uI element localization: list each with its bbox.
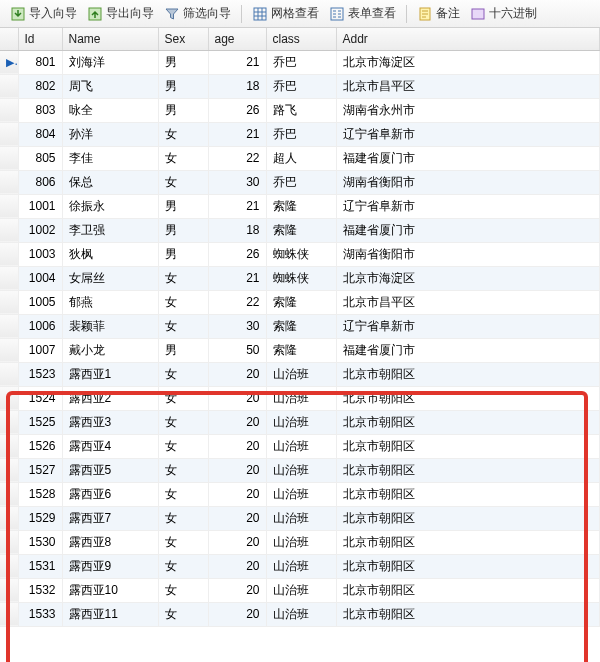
- table-row[interactable]: 803咏全男26路飞湖南省永州市: [0, 98, 600, 122]
- cell-sex[interactable]: 女: [158, 506, 208, 530]
- cell-name[interactable]: 孙洋: [62, 122, 158, 146]
- cell-id[interactable]: 803: [18, 98, 62, 122]
- cell-name[interactable]: 露西亚8: [62, 530, 158, 554]
- cell-class[interactable]: 超人: [266, 146, 336, 170]
- gridview-button[interactable]: 网格查看: [248, 4, 323, 23]
- col-header-id[interactable]: Id: [18, 28, 62, 50]
- row-indicator[interactable]: [0, 290, 18, 314]
- cell-sex[interactable]: 男: [158, 98, 208, 122]
- row-indicator[interactable]: [0, 554, 18, 578]
- cell-addr[interactable]: 北京市朝阳区: [336, 482, 600, 506]
- cell-name[interactable]: 郁燕: [62, 290, 158, 314]
- cell-id[interactable]: 801: [18, 50, 62, 74]
- cell-sex[interactable]: 男: [158, 218, 208, 242]
- cell-id[interactable]: 1007: [18, 338, 62, 362]
- cell-name[interactable]: 保总: [62, 170, 158, 194]
- table-row[interactable]: 1529露西亚7女20山治班北京市朝阳区: [0, 506, 600, 530]
- table-row[interactable]: 1004女屌丝女21蜘蛛侠北京市海淀区: [0, 266, 600, 290]
- table-row[interactable]: 1524露西亚2女20山治班北京市朝阳区: [0, 386, 600, 410]
- cell-class[interactable]: 索隆: [266, 290, 336, 314]
- cell-name[interactable]: 露西亚3: [62, 410, 158, 434]
- cell-id[interactable]: 1526: [18, 434, 62, 458]
- row-indicator[interactable]: [0, 482, 18, 506]
- cell-name[interactable]: 露西亚6: [62, 482, 158, 506]
- cell-addr[interactable]: 北京市朝阳区: [336, 578, 600, 602]
- row-indicator[interactable]: [0, 578, 18, 602]
- row-indicator[interactable]: ▶: [0, 50, 18, 74]
- row-indicator[interactable]: [0, 314, 18, 338]
- cell-id[interactable]: 804: [18, 122, 62, 146]
- cell-addr[interactable]: 北京市朝阳区: [336, 386, 600, 410]
- row-indicator[interactable]: [0, 362, 18, 386]
- table-row[interactable]: 1525露西亚3女20山治班北京市朝阳区: [0, 410, 600, 434]
- table-row[interactable]: 806保总女30乔巴湖南省衡阳市: [0, 170, 600, 194]
- table-row[interactable]: 1523露西亚1女20山治班北京市朝阳区: [0, 362, 600, 386]
- export-button[interactable]: 导出向导: [83, 4, 158, 23]
- table-row[interactable]: 802周飞男18乔巴北京市昌平区: [0, 74, 600, 98]
- cell-age[interactable]: 20: [208, 530, 266, 554]
- cell-class[interactable]: 路飞: [266, 98, 336, 122]
- cell-addr[interactable]: 辽宁省阜新市: [336, 314, 600, 338]
- cell-sex[interactable]: 女: [158, 362, 208, 386]
- table-row[interactable]: 1531露西亚9女20山治班北京市朝阳区: [0, 554, 600, 578]
- cell-class[interactable]: 山治班: [266, 482, 336, 506]
- cell-age[interactable]: 20: [208, 386, 266, 410]
- row-indicator[interactable]: [0, 194, 18, 218]
- cell-sex[interactable]: 女: [158, 314, 208, 338]
- cell-id[interactable]: 1523: [18, 362, 62, 386]
- cell-id[interactable]: 1533: [18, 602, 62, 626]
- row-indicator[interactable]: [0, 98, 18, 122]
- cell-id[interactable]: 1002: [18, 218, 62, 242]
- cell-class[interactable]: 乔巴: [266, 74, 336, 98]
- col-header-addr[interactable]: Addr: [336, 28, 600, 50]
- cell-name[interactable]: 狄枫: [62, 242, 158, 266]
- cell-name[interactable]: 李卫强: [62, 218, 158, 242]
- row-indicator[interactable]: [0, 458, 18, 482]
- table-row[interactable]: 1001徐振永男21索隆辽宁省阜新市: [0, 194, 600, 218]
- cell-class[interactable]: 山治班: [266, 530, 336, 554]
- formview-button[interactable]: 表单查看: [325, 4, 400, 23]
- cell-id[interactable]: 1524: [18, 386, 62, 410]
- cell-id[interactable]: 1531: [18, 554, 62, 578]
- cell-id[interactable]: 1005: [18, 290, 62, 314]
- table-row[interactable]: 1532露西亚10女20山治班北京市朝阳区: [0, 578, 600, 602]
- cell-class[interactable]: 山治班: [266, 434, 336, 458]
- cell-name[interactable]: 周飞: [62, 74, 158, 98]
- table-row[interactable]: 1530露西亚8女20山治班北京市朝阳区: [0, 530, 600, 554]
- row-indicator[interactable]: [0, 242, 18, 266]
- cell-name[interactable]: 露西亚10: [62, 578, 158, 602]
- col-header-name[interactable]: Name: [62, 28, 158, 50]
- cell-name[interactable]: 咏全: [62, 98, 158, 122]
- cell-id[interactable]: 805: [18, 146, 62, 170]
- cell-addr[interactable]: 福建省厦门市: [336, 146, 600, 170]
- rowhead-corner[interactable]: [0, 28, 18, 50]
- cell-class[interactable]: 山治班: [266, 554, 336, 578]
- col-header-class[interactable]: class: [266, 28, 336, 50]
- cell-class[interactable]: 索隆: [266, 218, 336, 242]
- cell-addr[interactable]: 北京市朝阳区: [336, 506, 600, 530]
- table-row[interactable]: 1005郁燕女22索隆北京市昌平区: [0, 290, 600, 314]
- cell-class[interactable]: 山治班: [266, 362, 336, 386]
- table-row[interactable]: 804孙洋女21乔巴辽宁省阜新市: [0, 122, 600, 146]
- cell-class[interactable]: 山治班: [266, 506, 336, 530]
- cell-sex[interactable]: 女: [158, 482, 208, 506]
- cell-class[interactable]: 山治班: [266, 410, 336, 434]
- cell-age[interactable]: 26: [208, 242, 266, 266]
- cell-age[interactable]: 20: [208, 362, 266, 386]
- cell-id[interactable]: 1006: [18, 314, 62, 338]
- cell-age[interactable]: 20: [208, 554, 266, 578]
- cell-addr[interactable]: 辽宁省阜新市: [336, 122, 600, 146]
- data-grid[interactable]: Id Name Sex age class Addr ▶801刘海洋男21乔巴北…: [0, 28, 600, 627]
- cell-class[interactable]: 山治班: [266, 602, 336, 626]
- row-indicator[interactable]: [0, 410, 18, 434]
- cell-age[interactable]: 18: [208, 74, 266, 98]
- cell-age[interactable]: 20: [208, 482, 266, 506]
- cell-class[interactable]: 索隆: [266, 314, 336, 338]
- cell-name[interactable]: 裴颖菲: [62, 314, 158, 338]
- cell-name[interactable]: 李佳: [62, 146, 158, 170]
- cell-sex[interactable]: 男: [158, 242, 208, 266]
- cell-id[interactable]: 1525: [18, 410, 62, 434]
- cell-class[interactable]: 蜘蛛侠: [266, 266, 336, 290]
- cell-name[interactable]: 露西亚2: [62, 386, 158, 410]
- cell-name[interactable]: 露西亚11: [62, 602, 158, 626]
